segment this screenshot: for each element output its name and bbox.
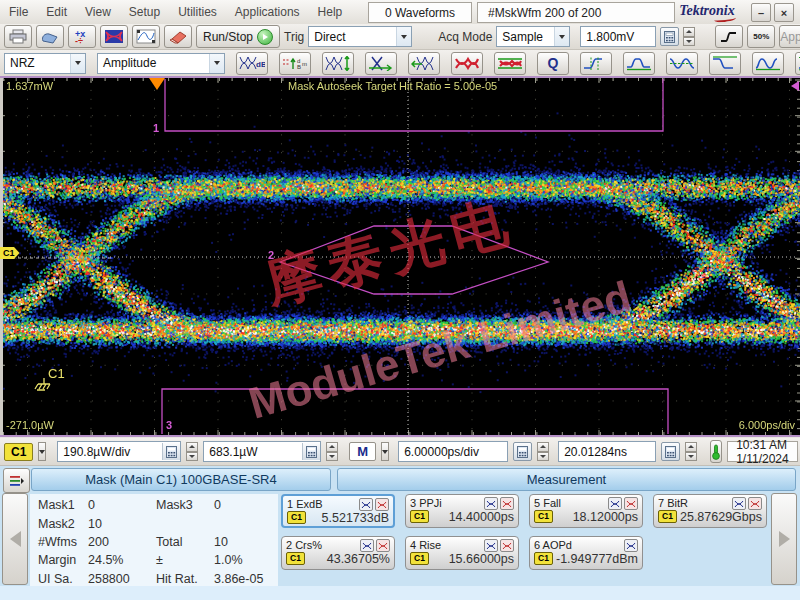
measure-period-button[interactable] [752,52,784,75]
trigger-position-marker[interactable] [149,78,165,90]
touch-pointer-button[interactable] [36,25,64,48]
menu-help[interactable]: Help [309,5,352,19]
menu-applications[interactable]: Applications [226,5,309,19]
mask-hscale-button[interactable] [365,52,397,75]
mask-test-button[interactable] [100,25,128,48]
measurement-card-bitr[interactable]: 7 BitR C125.87629Gbps [653,494,767,528]
vertical-scale-button[interactable]: +x-÷ [68,25,96,48]
set-fifty-percent-button[interactable]: 50% [747,25,775,48]
timebase-badge[interactable]: M [349,442,376,461]
chevron-down-icon[interactable] [38,442,46,461]
panel-scroll-left-button[interactable] [2,493,28,585]
acq-mode-select[interactable]: Sample [496,26,570,47]
mask-panel-header[interactable]: Mask (Main C1) 100GBASE-SR4 [31,468,331,491]
trigger-level-keypad-button[interactable] [660,27,679,46]
trigger-level-stepper[interactable] [683,27,695,46]
measurement-panel-header[interactable]: Measurement [337,468,796,491]
calculator-icon [665,446,676,458]
temperature-button[interactable] [710,440,722,463]
eye-blue-icon[interactable] [484,539,498,552]
eye-blue-icon[interactable] [732,497,746,510]
measurement-card-exdb[interactable]: 1 ExdB C15.521733dB [281,494,395,528]
clear-button[interactable] [164,25,192,48]
measurement-card-fall[interactable]: 5 Fall C118.12000ps [529,494,643,528]
mask-icon [104,29,124,44]
eye-red-icon[interactable] [376,539,390,552]
measure-amplitude-button[interactable] [795,52,800,75]
eye-blue-icon[interactable] [359,498,373,511]
measure-rise-button[interactable] [580,52,612,75]
menu-utilities[interactable]: Utilities [169,5,226,19]
eye-red-icon[interactable] [375,498,389,511]
eye-color-grade-button[interactable] [451,52,483,75]
horizontal-scale-stepper[interactable] [537,442,549,461]
run-stop-button[interactable]: Run/Stop [196,25,280,48]
eye-histogram-button[interactable] [494,52,526,75]
horizontal-scale-field[interactable]: 6.00000ps/div [398,441,508,462]
measurement-card-aopd[interactable]: 6 AOPd C1-1.949777dBm [529,536,643,570]
app-button[interactable]: App [779,25,800,48]
keypad-button[interactable] [513,442,532,461]
keypad-button[interactable] [661,442,680,461]
waveform-edit-button[interactable] [132,25,160,48]
trigger-level-field[interactable]: 1.800mV [580,26,656,47]
menu-view[interactable]: View [76,5,120,19]
eye-red-icon[interactable] [500,539,514,552]
channel-select-badge[interactable]: C1 [4,443,33,461]
chevron-down-icon[interactable] [381,442,389,461]
eye-blue-icon[interactable] [484,497,498,510]
printer-icon [8,29,28,44]
waveform-count-readout: 0 Waveforms [368,2,472,23]
vertical-position-field[interactable]: 683.1µW [203,441,321,462]
panel-scroll-right-button[interactable] [771,493,797,585]
menu-file[interactable]: File [0,5,37,19]
vertical-scale-stepper[interactable] [186,442,198,461]
measure-category-select[interactable]: Amplitude [97,53,225,74]
keypad-button[interactable] [162,443,180,460]
trigger-edge-button[interactable] [715,25,743,48]
vertical-position-value: 683.1µW [204,445,302,459]
measurement-value: 25.87629Gbps [680,510,762,524]
menu-edit[interactable]: Edit [37,5,76,19]
measure-fall-button[interactable] [709,52,741,75]
measure-pulse-button[interactable] [623,52,655,75]
stat-label: UI Sa. [38,572,88,586]
mask-db-button[interactable]: dB [236,52,268,75]
panel-menu-button[interactable] [3,468,30,493]
minimize-button[interactable]: – [751,3,771,22]
eye-red-icon[interactable] [748,497,762,510]
source-badge: C1 [658,510,677,523]
eye-red-icon[interactable] [624,497,638,510]
chevron-down-icon [396,27,411,46]
keypad-button[interactable] [302,443,320,460]
trigger-source-select[interactable]: Direct [308,26,412,47]
stat-label: ± [156,553,214,567]
horizontal-delay-stepper[interactable] [685,442,697,461]
app-label: App [780,30,800,44]
print-button[interactable] [4,25,32,48]
vertical-position-stepper[interactable] [326,442,338,461]
mask2-label: 2 [268,249,274,261]
eye-blue-icon[interactable] [608,497,622,510]
measurement-value: -1.949777dBm [556,552,638,566]
measurement-card-ppji[interactable]: 3 PPJi C114.40000ps [405,494,519,528]
mask-vertical-fit-button[interactable] [322,52,354,75]
measurement-card-crs[interactable]: 2 Crs% C143.36705% [281,536,395,570]
mask-align-left-button[interactable] [408,52,440,75]
measure-cross-button[interactable] [666,52,698,75]
eye-red-icon[interactable] [500,497,514,510]
optical-dbm-button[interactable]: dBm [279,52,311,75]
menu-setup[interactable]: Setup [120,5,169,19]
signal-type-value: NRZ [5,56,70,70]
q-factor-button[interactable]: Q [537,52,569,75]
eye-blue-icon[interactable] [360,539,374,552]
measurement-name: 1 ExdB [287,498,322,510]
thermometer-icon [711,444,721,460]
horizontal-delay-field[interactable]: 20.01284ns [558,441,656,462]
close-button[interactable]: × [774,3,794,22]
vertical-scale-field[interactable]: 190.8µW/div [57,441,181,462]
signal-type-select[interactable]: NRZ [4,53,86,74]
eye-blue-icon[interactable] [624,539,638,552]
measurement-card-rise[interactable]: 4 Rise C115.66000ps [405,536,519,570]
measurement-name: 6 AOPd [534,539,572,551]
